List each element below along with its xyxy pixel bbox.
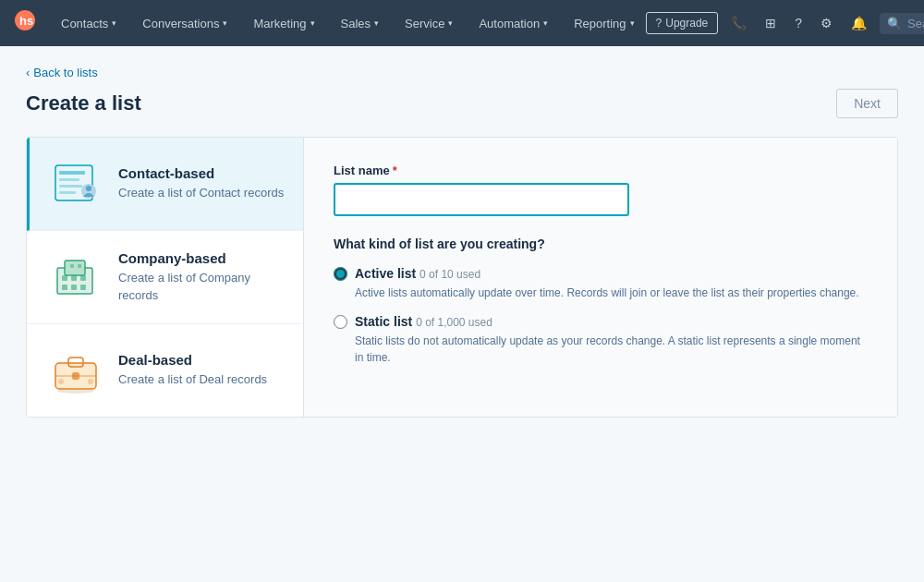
static-list-radio[interactable] — [334, 315, 347, 329]
active-list-description: Active lists automatically update over t… — [355, 285, 868, 301]
nav-item-contacts[interactable]: Contacts ▾ — [50, 0, 128, 46]
left-arrow-icon: ‹ — [26, 66, 30, 79]
list-name-label: List name * — [334, 164, 868, 177]
nav-left: hs Contacts ▾ Conversations ▾ Marketing … — [15, 0, 646, 46]
page-header: Create a list Next — [26, 89, 898, 118]
contact-based-desc: Create a list of Contact records — [118, 185, 284, 201]
chevron-down-icon: ▾ — [310, 18, 315, 28]
chevron-down-icon: ▾ — [374, 18, 379, 28]
chevron-down-icon: ▾ — [223, 18, 227, 28]
svg-rect-14 — [62, 285, 67, 290]
svg-point-8 — [86, 186, 91, 191]
svg-rect-3 — [59, 171, 85, 175]
list-type-card-deal[interactable]: Deal-based Create a list of Deal records — [27, 324, 303, 417]
svg-rect-5 — [59, 185, 82, 188]
search-box[interactable]: 🔍 — [880, 13, 924, 34]
upgrade-button[interactable]: ? Upgrade — [646, 12, 719, 34]
svg-rect-13 — [80, 275, 86, 281]
next-button[interactable]: Next — [836, 89, 898, 118]
hubspot-logo[interactable]: hs — [15, 10, 35, 36]
chevron-down-icon: ▾ — [112, 18, 116, 28]
list-name-input[interactable] — [334, 183, 629, 216]
svg-point-23 — [58, 379, 64, 384]
page-container: ‹ Back to lists Create a list Next — [0, 46, 924, 436]
list-type-card-contact[interactable]: Contact-based Create a list of Contact r… — [27, 138, 303, 231]
nav-right: ? Upgrade 📞 ⊞ ? ⚙ 🔔 🔍 IS Inspired Spac ▾ — [646, 9, 924, 37]
page-title: Create a list — [26, 91, 141, 115]
svg-point-24 — [88, 379, 93, 384]
active-list-count: 0 of 10 used — [419, 268, 480, 281]
svg-rect-10 — [65, 261, 85, 275]
contact-based-text: Contact-based Create a list of Contact r… — [118, 165, 284, 201]
chevron-down-icon: ▾ — [630, 18, 635, 28]
right-panel: List name * What kind of list are you cr… — [304, 138, 897, 417]
static-list-count: 0 of 1,000 used — [416, 316, 492, 329]
company-based-desc: Create a list of Company records — [118, 270, 285, 303]
search-input[interactable] — [907, 17, 924, 30]
svg-rect-4 — [59, 178, 79, 181]
active-list-label[interactable]: Active list 0 of 10 used — [355, 266, 480, 281]
static-list-label[interactable]: Static list 0 of 1,000 used — [355, 314, 492, 329]
svg-rect-22 — [72, 372, 79, 380]
contact-based-icon — [48, 156, 103, 212]
list-kind-question: What kind of list are you creating? — [334, 236, 868, 251]
company-based-icon — [48, 249, 103, 305]
phone-icon-button[interactable]: 📞 — [725, 12, 752, 34]
deal-based-desc: Create a list of Deal records — [118, 371, 267, 388]
deal-based-icon — [48, 343, 103, 398]
company-based-text: Company-based Create a list of Company r… — [118, 250, 285, 303]
company-based-title: Company-based — [118, 250, 285, 266]
svg-rect-15 — [71, 285, 77, 290]
required-indicator: * — [393, 164, 397, 177]
deal-based-text: Deal-based Create a list of Deal records — [118, 352, 267, 388]
svg-rect-12 — [71, 275, 77, 281]
nav-item-marketing[interactable]: Marketing ▾ — [242, 0, 325, 46]
question-icon: ? — [656, 17, 663, 30]
svg-point-25 — [57, 388, 94, 394]
active-list-radio[interactable] — [334, 267, 347, 281]
marketplace-icon-button[interactable]: ⊞ — [760, 12, 782, 34]
content-area: Contact-based Create a list of Contact r… — [26, 137, 898, 418]
svg-rect-18 — [78, 264, 81, 268]
nav-item-reporting[interactable]: Reporting ▾ — [563, 0, 645, 46]
deal-based-title: Deal-based — [118, 352, 267, 368]
svg-text:hs: hs — [19, 14, 33, 28]
chevron-down-icon: ▾ — [448, 18, 453, 28]
nav-item-sales[interactable]: Sales ▾ — [330, 0, 391, 46]
list-type-panel: Contact-based Create a list of Contact r… — [27, 138, 304, 417]
svg-rect-6 — [59, 191, 76, 194]
svg-rect-17 — [70, 264, 74, 268]
contact-based-title: Contact-based — [118, 165, 284, 181]
nav-item-service[interactable]: Service ▾ — [394, 0, 464, 46]
notifications-icon-button[interactable]: 🔔 — [845, 12, 872, 34]
nav-item-automation[interactable]: Automation ▾ — [468, 0, 559, 46]
search-icon: 🔍 — [887, 17, 902, 30]
svg-rect-11 — [62, 275, 67, 281]
nav-item-conversations[interactable]: Conversations ▾ — [131, 0, 238, 46]
top-navigation: hs Contacts ▾ Conversations ▾ Marketing … — [0, 0, 924, 46]
help-icon-button[interactable]: ? — [789, 12, 808, 34]
settings-icon-button[interactable]: ⚙ — [815, 12, 838, 34]
active-list-option: Active list 0 of 10 used Active lists au… — [334, 266, 868, 301]
static-list-description: Static lists do not automatically update… — [355, 333, 868, 366]
chevron-down-icon: ▾ — [543, 18, 548, 28]
back-to-lists-link[interactable]: ‹ Back to lists — [26, 66, 98, 79]
svg-rect-16 — [80, 285, 86, 290]
list-type-card-company[interactable]: Company-based Create a list of Company r… — [27, 231, 303, 324]
static-list-option: Static list 0 of 1,000 used Static lists… — [334, 314, 868, 366]
